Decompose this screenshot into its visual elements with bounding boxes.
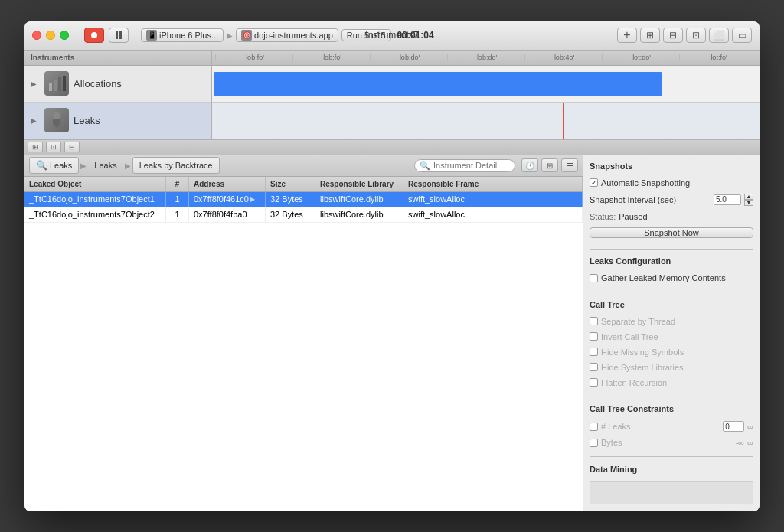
tick-4: lob:do': [447, 54, 524, 61]
sidebar-item-leaks-label: Leaks: [74, 115, 100, 126]
bytes-constraint-label: Bytes: [601, 438, 733, 447]
search-icon: 🔍: [420, 161, 430, 171]
allocations-icon: [44, 71, 69, 96]
snapshots-section-title: Snapshots: [590, 162, 753, 171]
search-box[interactable]: 🔍: [414, 159, 515, 172]
status-label: Status:: [590, 212, 616, 221]
call-tree-row-1: Separate by Thread: [590, 317, 753, 326]
sidebar-item-allocations-label: Allocations: [74, 78, 122, 90]
main-content: Instruments ▶ Allocations ▶: [24, 51, 760, 511]
auto-snapshot-checkbox[interactable]: [590, 178, 598, 187]
track-allocations: [212, 66, 760, 103]
tick-7: lot:fo': [679, 54, 756, 61]
view-toggle-5[interactable]: ▭: [732, 28, 752, 43]
call-tree-constraints-title: Call Tree Constraints: [590, 404, 753, 413]
bytes-constraint-checkbox[interactable]: [590, 439, 598, 447]
ruler-ticks: lob:fo' lob:fo' lob:do' lob:do' lob:4o' …: [212, 54, 760, 61]
minimize-button[interactable]: [46, 31, 55, 40]
close-button[interactable]: [32, 31, 41, 40]
view-list-btn[interactable]: ☰: [561, 158, 578, 172]
svg-rect-3: [63, 76, 66, 91]
call-tree-row-5: Flatten Recursion: [590, 378, 753, 387]
divider-1: [590, 249, 753, 250]
tab-leaks-2[interactable]: Leaks: [88, 157, 122, 174]
td-leaked-object-1: _TtC16dojo_instruments7Object1: [24, 192, 166, 207]
tab-leaks-label: Leaks: [50, 161, 72, 170]
view-toggle-3[interactable]: ⊡: [686, 28, 706, 43]
tick-2: lob:fo': [292, 54, 370, 61]
td-count-1: 1: [166, 192, 189, 207]
td-leaked-object-2: _TtC16dojo_instruments7Object2: [24, 207, 166, 222]
th-responsible-library: Responsible Library: [315, 177, 403, 191]
maximize-button[interactable]: [60, 31, 69, 40]
allocations-bar: [214, 72, 662, 96]
th-address: Address: [189, 177, 266, 191]
call-tree-title: Call Tree: [590, 300, 753, 309]
leaks-constraint-checkbox[interactable]: [590, 423, 598, 431]
stepper-down[interactable]: ▼: [744, 200, 753, 206]
tab-bar: 🔍 Leaks ▶ Leaks ▶ Leaks by Backtrace 🔍: [24, 155, 583, 177]
leaks-constraint-row: # Leaks ∞: [590, 421, 753, 432]
search-input[interactable]: [433, 161, 510, 170]
view-toggle-2[interactable]: ⊟: [663, 28, 683, 43]
view-toggle-1[interactable]: ⊞: [640, 28, 660, 43]
view-clock-btn[interactable]: 🕐: [521, 158, 538, 172]
app-breadcrumb[interactable]: 🎯 dojo-instruments.app: [236, 28, 338, 42]
leaks-icon: [44, 108, 69, 132]
snapshot-now-button[interactable]: Snapshot Now: [590, 227, 753, 238]
main-window: 📱 iPhone 6 Plus... ▶ 🎯 dojo-instruments.…: [24, 21, 760, 511]
table-row[interactable]: _TtC16dojo_instruments7Object2 1 0x7ff8f…: [24, 207, 583, 223]
bottom-controls: ⊞ ⊡ ⊟: [24, 140, 760, 155]
right-panel: Snapshots Automatic Snapshotting Snapsho…: [583, 155, 760, 511]
traffic-lights: [32, 31, 69, 40]
tick-6: lot:do': [602, 54, 679, 61]
tick-5: lob:4o': [524, 54, 602, 61]
expand-arrow-leaks: ▶: [31, 116, 37, 125]
table-row[interactable]: _TtC16dojo_instruments7Object1 1 0x7ff8f…: [24, 192, 583, 207]
snapshot-interval-label: Snapshot Interval (sec): [590, 195, 710, 204]
tab-arrow-1: ▶: [80, 162, 87, 170]
hide-system-checkbox[interactable]: [590, 363, 598, 371]
snapshot-interval-stepper[interactable]: ▲ ▼: [744, 194, 753, 206]
sidebar-header: Instruments: [24, 51, 211, 66]
tab-leaks-icon[interactable]: 🔍 Leaks: [29, 157, 79, 174]
invert-call-tree-checkbox[interactable]: [590, 332, 598, 341]
svg-rect-1: [54, 80, 57, 91]
sidebar-item-allocations[interactable]: ▶ Allocations: [24, 66, 211, 103]
tab-leaks-by-backtrace[interactable]: Leaks by Backtrace: [132, 157, 220, 174]
stepper-up[interactable]: ▲: [744, 194, 753, 200]
tick-3: lob:do': [370, 54, 447, 61]
device-label: iPhone 6 Plus...: [159, 31, 218, 40]
ctrl-btn-1[interactable]: ⊞: [28, 142, 43, 152]
sidebar-panel: Instruments ▶ Allocations ▶: [24, 51, 212, 139]
record-button[interactable]: [84, 28, 104, 43]
hide-missing-checkbox[interactable]: [590, 348, 598, 356]
snapshot-interval-input[interactable]: [714, 194, 741, 205]
view-grid-btn[interactable]: ⊞: [541, 158, 558, 172]
divider-4: [590, 456, 753, 457]
cursor-line: [563, 103, 564, 139]
expand-arrow-allocations: ▶: [31, 80, 37, 88]
divider-2: [590, 292, 753, 292]
separate-by-thread-checkbox[interactable]: [590, 317, 598, 325]
th-responsible-frame: Responsible Frame: [403, 177, 583, 191]
add-instrument-button[interactable]: +: [617, 28, 637, 43]
app-icon: 🎯: [241, 30, 252, 41]
td-address-2: 0x7ff8f0f4fba0: [189, 207, 266, 222]
tab-leaks-2-label: Leaks: [94, 161, 116, 170]
ctrl-btn-3[interactable]: ⊟: [64, 142, 80, 152]
leaks-min-input[interactable]: [723, 421, 744, 432]
sidebar-item-leaks[interactable]: ▶ Leaks: [24, 103, 211, 139]
tick-1: lob:fo': [215, 54, 292, 61]
svg-rect-2: [58, 77, 61, 91]
td-size-2: 32 Bytes: [266, 207, 315, 222]
device-breadcrumb[interactable]: 📱 iPhone 6 Plus...: [141, 28, 224, 42]
hide-system-label: Hide System Libraries: [601, 363, 753, 372]
ctrl-btn-2[interactable]: ⊡: [46, 142, 61, 152]
flatten-recursion-checkbox[interactable]: [590, 378, 598, 387]
td-address-1: 0x7ff8f0f461c0 ▶: [189, 192, 266, 207]
pause-button[interactable]: [109, 28, 129, 43]
view-toggle-4[interactable]: ⬜: [709, 28, 729, 43]
address-arrow-1: ▶: [250, 196, 255, 203]
gather-leaked-checkbox[interactable]: [590, 274, 598, 282]
